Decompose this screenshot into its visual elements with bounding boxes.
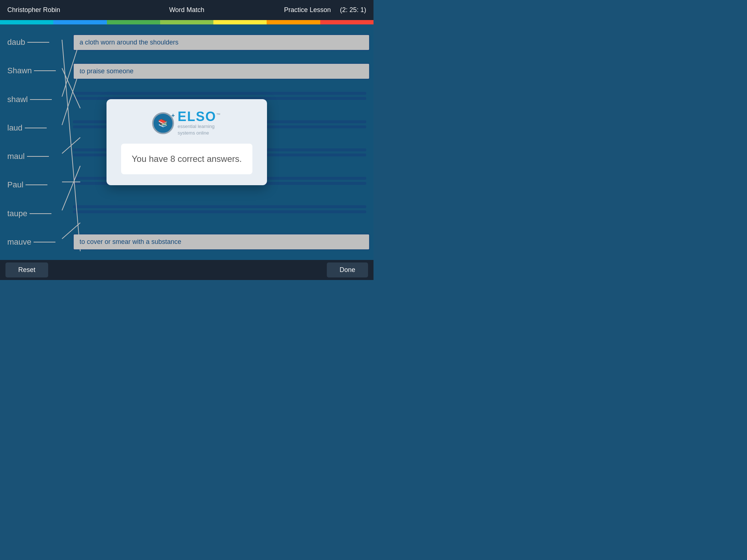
main-content: daub Shawn shawl laud maul Paul taupe ma… xyxy=(0,24,374,260)
score-message: You have 8 correct answers. xyxy=(132,154,242,164)
logo-icon: 📚 xyxy=(152,112,174,134)
reset-button[interactable]: Reset xyxy=(5,262,48,277)
modal-overlay: 📚 ELSO™ essential learning systems onlin… xyxy=(0,24,374,260)
modal-logo: 📚 ELSO™ essential learning systems onlin… xyxy=(152,110,221,136)
score-message-box: You have 8 correct answers. xyxy=(121,144,252,174)
page-title: Word Match xyxy=(169,6,205,14)
student-name: Christopher Robin xyxy=(7,6,60,14)
rainbow-bar xyxy=(0,20,374,24)
brand-name: ELSO™ xyxy=(178,110,221,123)
result-modal: 📚 ELSO™ essential learning systems onlin… xyxy=(107,99,267,185)
done-button[interactable]: Done xyxy=(327,262,368,277)
header-bar: Christopher Robin Word Match Practice Le… xyxy=(0,0,374,20)
bottom-bar: Reset Done xyxy=(0,260,374,280)
lesson-info: Practice Lesson (2: 25: 1) xyxy=(284,6,366,14)
logo-text: ELSO™ essential learning systems online xyxy=(178,110,221,136)
brand-subtitle: essential learning systems online xyxy=(178,123,221,136)
